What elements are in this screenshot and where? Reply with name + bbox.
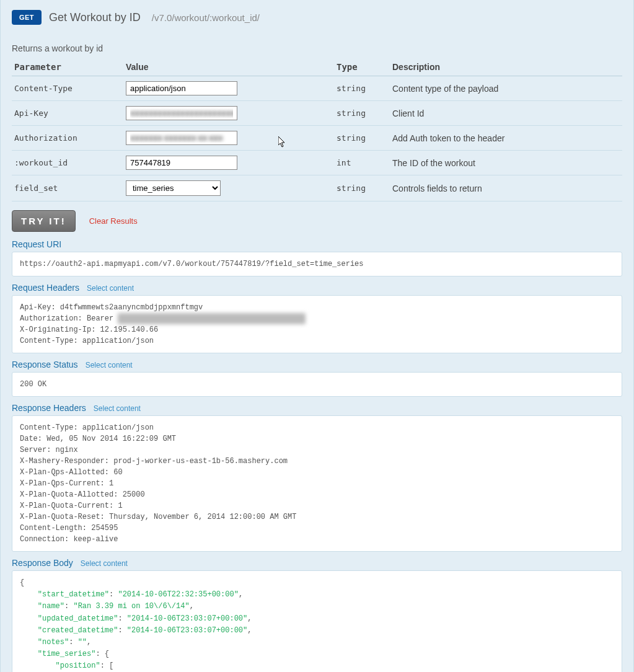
endpoint-header: GET Get Workout by ID /v7.0/workout/:wor…: [12, 10, 622, 25]
value-header: Value: [123, 58, 334, 76]
table-row: :workout_idintThe ID of the workout: [12, 151, 622, 175]
response-status-label: Response Status: [12, 360, 78, 369]
type-header: Type: [334, 58, 390, 76]
response-body-label: Response Body: [12, 558, 73, 568]
description-header: Description: [390, 58, 622, 76]
response-status-box: 200 OK: [12, 372, 622, 397]
param-input[interactable]: [126, 106, 237, 120]
clear-results-link[interactable]: Clear Results: [89, 216, 138, 226]
request-uri-box: https://oauth2-api.mapmyapi.com/v7.0/wor…: [12, 252, 622, 276]
api-explorer-panel: GET Get Workout by ID /v7.0/workout/:wor…: [0, 0, 634, 672]
response-body-box[interactable]: { "start_datetime": "2014-10-06T22:32:35…: [12, 570, 622, 672]
redacted-token: ████████████████████████████████████████…: [118, 313, 305, 324]
select-request-headers[interactable]: Select content: [87, 284, 134, 293]
table-row: Content-TypestringContent type of the pa…: [12, 76, 622, 101]
param-type: string: [334, 76, 390, 101]
param-input[interactable]: [126, 156, 237, 170]
request-uri-label: Request URI: [12, 239, 61, 249]
param-value-cell: [123, 126, 334, 151]
param-name: field_set: [12, 175, 123, 201]
param-name: :workout_id: [12, 151, 123, 175]
param-description: Controls fields to return: [390, 175, 622, 201]
select-response-body[interactable]: Select content: [81, 559, 128, 568]
param-name: Authorization: [12, 126, 123, 151]
http-method-badge: GET: [12, 10, 42, 25]
endpoint-title: Get Workout by ID: [49, 11, 141, 24]
request-headers-box: Api-Key: d4tfwmmewts2aanyncmbdjppxmnftmg…: [12, 295, 622, 353]
param-type: string: [334, 175, 390, 201]
param-value-cell: time_series: [123, 175, 334, 201]
param-type: string: [334, 101, 390, 126]
param-description: Content type of the payload: [390, 76, 622, 101]
param-value-cell: [123, 101, 334, 126]
param-select[interactable]: time_series: [126, 180, 221, 196]
parameters-table: Parameter Value Type Description Content…: [12, 58, 622, 201]
table-row: AuthorizationstringAdd Auth token to the…: [12, 126, 622, 151]
param-description: Add Auth token to the header: [390, 126, 622, 151]
param-value-cell: [123, 76, 334, 101]
param-input[interactable]: [126, 131, 237, 145]
response-headers-label: Response Headers: [12, 403, 86, 413]
select-response-headers[interactable]: Select content: [94, 404, 141, 413]
param-name: Content-Type: [12, 76, 123, 101]
param-type: string: [334, 126, 390, 151]
param-header: Parameter: [12, 58, 123, 76]
param-input[interactable]: [126, 81, 237, 95]
response-headers-box: Content-Type: application/json Date: Wed…: [12, 415, 622, 552]
param-description: The ID of the workout: [390, 151, 622, 175]
actions-row: TRY IT! Clear Results: [12, 210, 622, 232]
table-row: field_settime_seriesstringControls field…: [12, 175, 622, 201]
select-response-status[interactable]: Select content: [86, 361, 133, 369]
param-type: int: [334, 151, 390, 175]
param-value-cell: [123, 151, 334, 175]
endpoint-description: Returns a workout by id: [12, 43, 622, 53]
request-headers-label: Request Headers: [12, 283, 79, 293]
try-it-button[interactable]: TRY IT!: [12, 210, 76, 232]
endpoint-path: /v7.0/workout/:workout_id/: [152, 12, 260, 23]
param-name: Api-Key: [12, 101, 123, 126]
param-description: Client Id: [390, 101, 622, 126]
table-row: Api-KeystringClient Id: [12, 101, 622, 126]
